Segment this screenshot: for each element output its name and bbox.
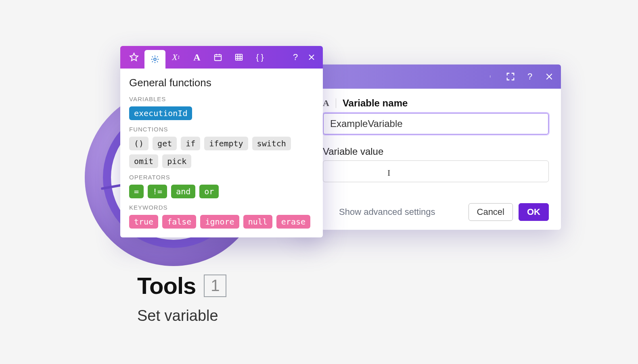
expand-icon[interactable] <box>506 72 515 81</box>
svg-point-0 <box>490 75 490 76</box>
function-pill[interactable]: omit <box>129 154 158 168</box>
tab-favorites[interactable] <box>123 46 144 69</box>
functions-panel: X1 A { } ? General functions <box>120 46 323 237</box>
section-variables-label: VARIABLES <box>129 96 314 102</box>
functions-row: () get if ifempty switch omit pick <box>129 137 314 168</box>
operator-pill[interactable]: = <box>129 185 144 198</box>
help-icon[interactable]: ? <box>525 72 534 81</box>
operator-pill[interactable]: != <box>148 185 167 198</box>
cancel-button[interactable]: Cancel <box>469 203 513 221</box>
functions-help-button[interactable]: ? <box>287 46 303 69</box>
node-label: Tools 1 Set variable <box>137 272 226 324</box>
tab-math[interactable]: X1 <box>165 46 186 69</box>
variable-name-input[interactable] <box>323 113 549 135</box>
section-keywords-label: KEYWORDS <box>129 204 314 211</box>
functions-panel-title: General functions <box>129 77 314 89</box>
node-subtitle: Set variable <box>137 307 226 324</box>
table-icon <box>234 52 244 62</box>
divider <box>336 98 336 108</box>
operator-pill[interactable]: and <box>171 185 195 198</box>
variables-row: executionId <box>129 106 314 120</box>
keyword-pill[interactable]: erase <box>276 215 310 229</box>
functions-close-button[interactable] <box>303 46 320 69</box>
keyword-pill[interactable]: true <box>129 215 158 229</box>
math-icon: X1 <box>171 52 181 62</box>
keyword-pill[interactable]: ignore <box>200 215 239 229</box>
text-icon: A <box>192 52 202 62</box>
config-modal-header[interactable]: ls ? <box>299 64 561 89</box>
tab-array[interactable] <box>228 46 249 69</box>
close-icon <box>307 52 316 62</box>
text-type-icon: A <box>323 98 329 108</box>
close-icon[interactable] <box>545 72 554 81</box>
variable-name-label: Variable name <box>343 98 408 109</box>
functions-tabs: X1 A { } ? <box>120 46 323 69</box>
svg-rect-4 <box>215 55 222 61</box>
keyword-pill[interactable]: false <box>162 215 196 229</box>
config-modal: ls ? A Variable name V <box>299 64 561 230</box>
function-pill[interactable]: switch <box>252 137 291 150</box>
tab-date[interactable] <box>207 46 228 69</box>
svg-point-3 <box>154 58 156 60</box>
svg-rect-5 <box>236 54 243 60</box>
function-pill[interactable]: pick <box>162 154 191 168</box>
more-icon[interactable] <box>487 72 496 81</box>
node-title: Tools <box>137 272 196 299</box>
svg-point-1 <box>490 76 490 77</box>
operator-pill[interactable]: or <box>199 185 219 198</box>
advanced-settings-label[interactable]: Show advanced settings <box>339 207 463 217</box>
keywords-row: true false ignore null erase <box>129 215 314 229</box>
calendar-icon <box>213 52 223 62</box>
operators-row: = != and or <box>129 185 314 198</box>
star-icon <box>129 52 139 62</box>
tab-text[interactable]: A <box>186 46 207 69</box>
variable-value-label: Variable value <box>323 146 549 157</box>
braces-icon: { } <box>255 52 265 62</box>
function-pill[interactable]: if <box>181 137 200 150</box>
svg-point-2 <box>490 77 490 77</box>
config-modal-title: ls <box>306 70 487 83</box>
function-pill[interactable]: () <box>129 137 149 150</box>
function-pill[interactable]: get <box>153 137 177 150</box>
tab-custom[interactable]: { } <box>249 46 270 69</box>
node-count: 1 <box>204 275 226 297</box>
tab-general[interactable] <box>144 50 165 69</box>
ok-button[interactable]: OK <box>519 203 549 221</box>
section-operators-label: OPERATORS <box>129 174 314 181</box>
function-pill[interactable]: ifempty <box>204 137 248 150</box>
variable-pill[interactable]: executionId <box>129 106 192 120</box>
section-functions-label: FUNCTIONS <box>129 126 314 133</box>
keyword-pill[interactable]: null <box>243 215 272 229</box>
variable-value-input[interactable] <box>323 160 549 182</box>
help-icon: ? <box>291 52 300 62</box>
gear-icon <box>150 54 160 64</box>
